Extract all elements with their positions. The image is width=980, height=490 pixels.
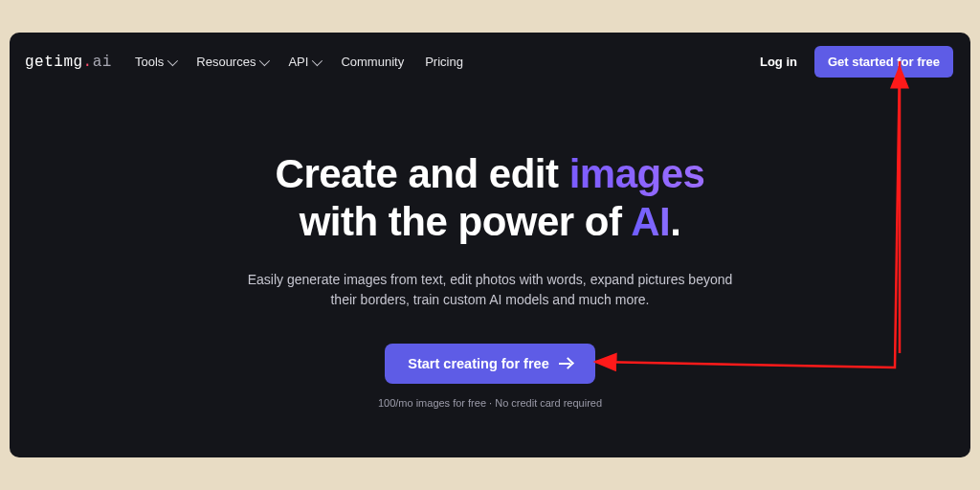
headline-highlight-images: images [569, 151, 705, 196]
logo-dot: . [83, 54, 93, 71]
arrow-right-icon [559, 359, 572, 368]
chevron-down-icon [167, 55, 178, 65]
start-creating-button[interactable]: Start creating for free [385, 344, 594, 384]
headline-line1-pre: Create and edit [276, 151, 569, 196]
microcopy: 100/mo images for free · No credit card … [10, 397, 970, 409]
primary-button-label: Start creating for free [408, 356, 548, 371]
hero-section: Create and edit images with the power of… [10, 91, 970, 409]
nav-right: Log in Get started for free [760, 46, 953, 78]
headline-highlight-ai: AI [631, 199, 670, 244]
get-started-button[interactable]: Get started for free [814, 46, 953, 78]
subtitle: Easily generate images from text, edit p… [241, 270, 739, 311]
nav-label: Community [341, 55, 404, 69]
nav-item-community[interactable]: Community [341, 55, 404, 69]
nav-label: Tools [135, 55, 164, 69]
logo-text-1: getimg [25, 54, 83, 71]
top-nav: getimg.ai Tools Resources API Community … [10, 33, 970, 91]
nav-links: Tools Resources API Community Pricing [135, 55, 463, 69]
logo[interactable]: getimg.ai [25, 54, 112, 71]
nav-item-api[interactable]: API [288, 55, 320, 69]
chevron-down-icon [259, 55, 270, 65]
nav-label: Pricing [425, 55, 463, 69]
nav-label: Resources [196, 55, 256, 69]
nav-label: API [288, 55, 308, 69]
headline-line2-pre: with the power of [300, 199, 631, 244]
logo-text-2: ai [93, 54, 112, 71]
headline-line2-post: . [670, 199, 680, 244]
nav-item-tools[interactable]: Tools [135, 55, 175, 69]
nav-item-resources[interactable]: Resources [196, 55, 267, 69]
nav-item-pricing[interactable]: Pricing [425, 55, 463, 69]
headline: Create and edit images with the power of… [10, 150, 970, 247]
login-link[interactable]: Log in [760, 55, 797, 69]
chevron-down-icon [312, 55, 323, 65]
page-frame: getimg.ai Tools Resources API Community … [10, 33, 970, 457]
